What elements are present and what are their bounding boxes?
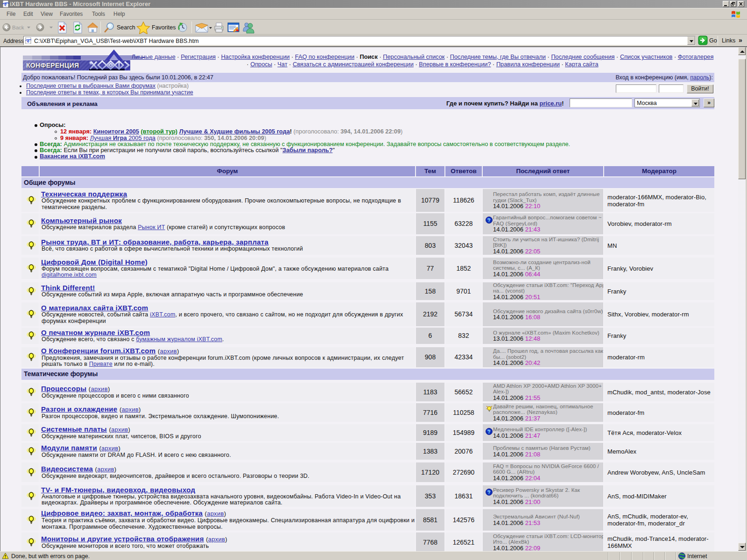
svg-text:?: ?	[487, 490, 490, 495]
svg-text:Back: Back	[12, 25, 24, 30]
svg-text:?: ?	[487, 218, 490, 223]
svg-text:e: e	[27, 38, 29, 43]
svg-text:?: ?	[487, 429, 490, 434]
svg-text:e: e	[4, 1, 7, 7]
